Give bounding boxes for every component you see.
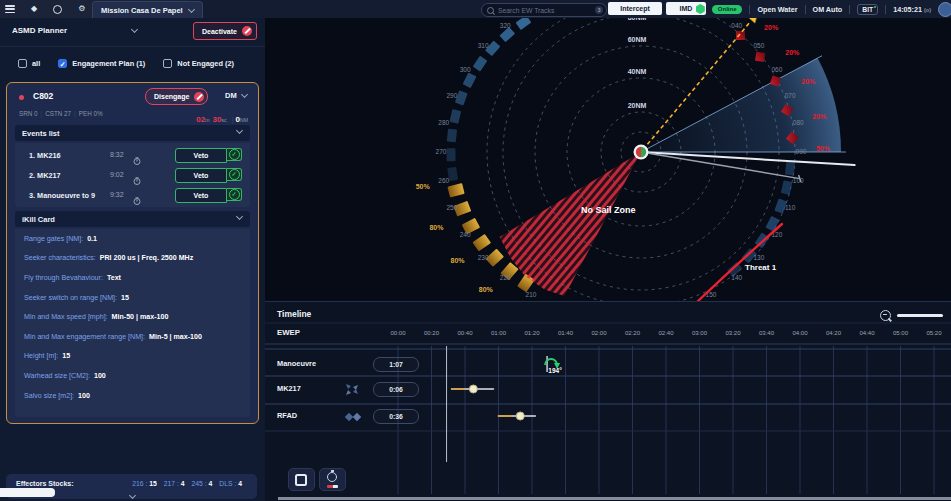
threat-level-label: 20% bbox=[812, 113, 827, 120]
events-list-header[interactable]: Events list bbox=[15, 125, 250, 141]
stat-value: CSTN 27 bbox=[45, 110, 71, 117]
compass-segment bbox=[447, 183, 464, 197]
veto-button[interactable]: Veto bbox=[175, 148, 227, 163]
ikill-field-label: Salvo size [m2]: bbox=[24, 392, 74, 400]
divider bbox=[885, 5, 886, 14]
deactivate-button[interactable]: Deactivate bbox=[193, 22, 257, 40]
time-tick: 04:20 bbox=[818, 329, 850, 336]
track-name: C802 bbox=[33, 91, 53, 101]
degree-label: 140 bbox=[731, 274, 742, 281]
veto-control[interactable]: Veto✓ bbox=[175, 188, 242, 203]
chevron-down-icon[interactable] bbox=[131, 26, 138, 33]
stock-key: 245 : bbox=[192, 480, 209, 487]
ikill-field: Salvo size [m2]:100 bbox=[15, 386, 250, 406]
veto-button[interactable]: Veto bbox=[175, 168, 227, 183]
ikill-field-value: 0.1 bbox=[87, 235, 97, 243]
ikill-field-label: Warhead size [CM2]: bbox=[24, 372, 90, 380]
status-hexagon-icon bbox=[696, 4, 705, 14]
stat-value: SRN 0 bbox=[19, 110, 38, 117]
duration-pill[interactable]: 0:36 bbox=[373, 409, 419, 424]
zoom-out-icon[interactable] bbox=[880, 310, 891, 321]
disengage-button[interactable]: Disengage bbox=[145, 88, 208, 105]
chevron-down-icon bbox=[236, 213, 243, 220]
horizontal-scrollbar-thumb[interactable] bbox=[0, 488, 55, 497]
ikill-field-value: 100 bbox=[94, 372, 106, 380]
range-ring-label: 60NM bbox=[628, 36, 647, 43]
timeline-zoom-slider[interactable] bbox=[897, 314, 943, 317]
veto-control[interactable]: Veto✓ bbox=[175, 148, 242, 163]
timeline-row-label: Manoeuvre bbox=[277, 359, 316, 368]
chevron-down-icon bbox=[236, 127, 243, 134]
time-tick: 01:40 bbox=[550, 329, 582, 336]
checkbox[interactable]: ✓ bbox=[58, 59, 67, 68]
compass-segment bbox=[447, 129, 457, 143]
ikill-field: Height [m]:15 bbox=[15, 347, 250, 367]
filter-not[interactable]: Not Engaged (2) bbox=[163, 59, 234, 68]
ikill-field-label: Seeker characteristics: bbox=[24, 254, 96, 262]
user-avatar[interactable] bbox=[938, 2, 951, 17]
veto-confirm-button[interactable]: ✓ bbox=[227, 148, 242, 161]
time-tick: 00:00 bbox=[382, 329, 414, 336]
mission-title: Mission Casa De Papel bbox=[101, 6, 183, 15]
mission-selector[interactable]: Mission Casa De Papel bbox=[92, 1, 203, 18]
event-name: 1. MK216 bbox=[29, 151, 61, 160]
veto-control[interactable]: Veto✓ bbox=[175, 168, 242, 183]
chevron-down-icon[interactable] bbox=[129, 492, 136, 499]
veto-confirm-button[interactable]: ✓ bbox=[227, 188, 242, 201]
degree-label: 040 bbox=[731, 22, 742, 29]
time-tick: 00:40 bbox=[449, 329, 481, 336]
diamond-icon[interactable]: ◆ bbox=[31, 0, 37, 18]
filter-label: Engagement Plan (1) bbox=[72, 59, 145, 68]
intercept-button[interactable]: Intercept bbox=[608, 2, 662, 15]
degree-label: 060 bbox=[771, 66, 782, 73]
dm-dropdown[interactable]: DM bbox=[225, 91, 247, 100]
checkbox[interactable] bbox=[18, 59, 27, 68]
degree-label: 070 bbox=[785, 92, 796, 99]
stop-button[interactable] bbox=[288, 468, 315, 491]
track-stats: SRN 0|CSTN 27|PEH 0% bbox=[19, 110, 103, 117]
degree-label: 230 bbox=[478, 254, 489, 261]
horizontal-scrollbar-track[interactable] bbox=[278, 497, 951, 500]
veto-confirm-button[interactable]: ✓ bbox=[227, 168, 242, 181]
track-card-c802[interactable]: C802 Disengage DM SRN 0|CSTN 27|PEH 0% 0… bbox=[6, 82, 259, 424]
record-circle-icon[interactable] bbox=[53, 5, 62, 14]
stock-value: 15 bbox=[149, 480, 157, 487]
event-dot[interactable] bbox=[516, 412, 524, 420]
ikill-card-header[interactable]: iKill Card bbox=[15, 211, 250, 227]
planner-title: ASMD Planner bbox=[12, 26, 67, 35]
veto-button[interactable]: Veto bbox=[175, 188, 227, 203]
stopwatch-icon bbox=[327, 472, 337, 482]
menu-icon[interactable] bbox=[5, 5, 15, 13]
degree-label: 080 bbox=[793, 119, 804, 126]
engagement-timer: 02m30sc|0NM bbox=[196, 108, 248, 126]
divider bbox=[849, 5, 850, 14]
timer-button[interactable] bbox=[319, 468, 346, 491]
filter-all[interactable]: all bbox=[18, 59, 40, 68]
stock-value: 4 bbox=[209, 480, 213, 487]
duration-pill[interactable]: 1:07 bbox=[373, 357, 419, 372]
duration-pill[interactable]: 0:06 bbox=[373, 382, 419, 397]
ikill-field-label: Range gates [NM]: bbox=[24, 235, 83, 243]
bit-button[interactable]: BIT bbox=[857, 4, 878, 15]
clock: 14:05:21 (o) bbox=[893, 5, 931, 14]
checkbox[interactable] bbox=[163, 59, 172, 68]
asmd-planner-app: 0400500600700800901001101201301401502102… bbox=[0, 0, 951, 501]
chevron-down-icon bbox=[188, 5, 195, 12]
degree-label: 110 bbox=[785, 204, 796, 211]
mode-om-auto[interactable]: OM Auto bbox=[813, 5, 843, 14]
filter-engagement[interactable]: ✓Engagement Plan (1) bbox=[58, 59, 145, 68]
degree-label: 320 bbox=[500, 22, 511, 29]
event-name: 3. Manoueuvre to 9 bbox=[29, 191, 95, 200]
ikill-field-value: Min-5 | max-100 bbox=[149, 333, 202, 341]
time-tick: 05:00 bbox=[885, 329, 917, 336]
settings-gear-icon[interactable]: ⚙ bbox=[78, 0, 85, 18]
event-dot[interactable] bbox=[469, 385, 477, 393]
top-bar: ◆ ⚙ Mission Casa De Papel Search EW Trac… bbox=[0, 0, 951, 18]
no-entry-icon bbox=[194, 92, 204, 102]
radar-display[interactable]: 0400500600700800901001101201301401502102… bbox=[265, 10, 951, 301]
rotation-angle-label: 194° bbox=[548, 367, 562, 374]
stocks-title: Effectors Stocks: bbox=[16, 480, 74, 487]
mode-open-water[interactable]: Open Water bbox=[757, 5, 797, 14]
search-box[interactable]: Search EW Tracks 3 bbox=[481, 3, 607, 17]
ikill-field-value: 100 bbox=[78, 392, 90, 400]
